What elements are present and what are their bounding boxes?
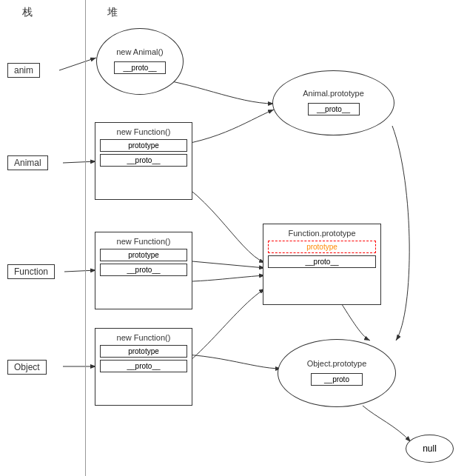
new-function-animal-rect: new Function() prototype __proto__ <box>95 122 192 200</box>
divider <box>85 0 86 476</box>
new-function-animal-proto: __proto__ <box>100 154 187 167</box>
function-prototype-rect: Function.prototype prototype __proto__ <box>263 224 381 305</box>
function-label: Function <box>7 264 55 279</box>
null-oval: null <box>406 435 454 463</box>
new-animal-label: new Animal() <box>116 47 164 56</box>
function-prototype-prototype: prototype <box>268 241 376 253</box>
new-function-object-prototype: prototype <box>100 345 187 358</box>
new-function-animal-label: new Function() <box>100 127 187 136</box>
function-prototype-label: Function.prototype <box>268 229 376 238</box>
object-prototype-oval: Object.prototype __proto <box>278 339 396 407</box>
anim-label: anim <box>7 63 40 78</box>
stack-animal: Animal <box>7 155 48 170</box>
new-function-object-rect: new Function() prototype __proto__ <box>95 328 192 406</box>
new-function-object-label: new Function() <box>100 333 187 342</box>
new-function-object-proto: __proto__ <box>100 360 187 372</box>
stack-function: Function <box>7 264 55 279</box>
new-animal-proto: __proto__ <box>114 61 166 74</box>
new-function-function-prototype: prototype <box>100 249 187 261</box>
animal-prototype-label: Animal.prototype <box>303 89 364 98</box>
diagram: 栈 堆 anim Animal Function Object new Anim… <box>0 0 467 476</box>
object-label: Object <box>7 360 47 375</box>
heap-header: 堆 <box>107 6 118 19</box>
animal-prototype-proto: __proto__ <box>308 103 360 115</box>
new-function-function-label: new Function() <box>100 237 187 246</box>
function-prototype-proto: __proto__ <box>268 255 376 268</box>
new-function-animal-prototype: prototype <box>100 139 187 152</box>
animal-label: Animal <box>7 155 48 170</box>
animal-prototype-oval: Animal.prototype __proto__ <box>272 70 394 135</box>
null-label: null <box>423 443 437 454</box>
stack-header: 栈 <box>22 6 33 19</box>
object-prototype-proto: __proto <box>311 373 363 386</box>
new-function-function-proto: __proto__ <box>100 264 187 276</box>
stack-anim: anim <box>7 63 40 78</box>
stack-object: Object <box>7 360 47 375</box>
arrows-svg <box>0 0 467 476</box>
object-prototype-label: Object.prototype <box>307 359 367 368</box>
new-function-function-rect: new Function() prototype __proto__ <box>95 232 192 309</box>
new-animal-oval: new Animal() __proto__ <box>96 28 184 95</box>
